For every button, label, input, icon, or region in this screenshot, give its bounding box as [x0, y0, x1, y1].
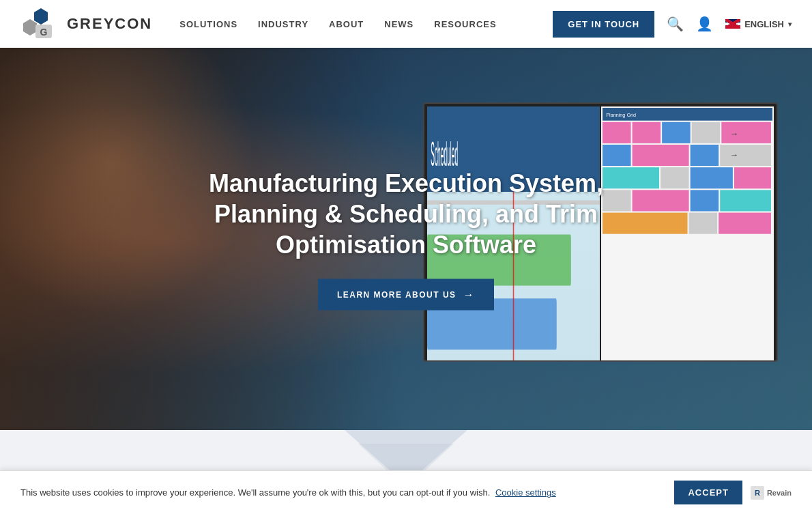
nav-resources[interactable]: RESOURCES [434, 19, 496, 29]
nav-solutions[interactable]: SOLUTIONS [179, 19, 237, 29]
revain-logo: R Revain [751, 486, 792, 500]
svg-rect-24 [633, 145, 689, 166]
accept-button[interactable]: ACCEPT [674, 481, 742, 504]
learn-more-label: LEARN MORE ABOUT US [337, 290, 456, 300]
user-icon[interactable]: 👤 [696, 16, 713, 32]
svg-rect-25 [691, 145, 719, 166]
svg-text:→: → [730, 150, 738, 160]
flag-icon [725, 19, 740, 29]
svg-rect-30 [734, 167, 771, 188]
svg-rect-34 [720, 190, 771, 211]
revain-label: Revain [767, 489, 792, 497]
header-left: G GREYCON SOLUTIONS INDUSTRY ABOUT NEWS … [20, 7, 497, 41]
svg-rect-22 [721, 122, 771, 143]
nav-industry[interactable]: INDUSTRY [258, 19, 308, 29]
svg-text:Planning Grid: Planning Grid [606, 112, 636, 118]
arrow-icon: → [463, 289, 476, 301]
hero-section: Scheduled [0, 48, 812, 430]
search-icon[interactable]: 🔍 [667, 16, 684, 32]
svg-rect-23 [603, 145, 631, 166]
main-nav: SOLUTIONS INDUSTRY ABOUT NEWS RESOURCES [179, 19, 496, 29]
header-right: GET IN TOUCH 🔍 👤 ENGLISH ▾ [553, 11, 792, 38]
svg-rect-18 [603, 122, 631, 143]
cookie-banner: This website uses cookies to improve you… [0, 470, 812, 514]
svg-marker-1 [23, 19, 37, 35]
header: G GREYCON SOLUTIONS INDUSTRY ABOUT NEWS … [0, 0, 812, 48]
language-label: ENGLISH [744, 19, 784, 29]
svg-rect-20 [662, 122, 691, 143]
nav-news[interactable]: NEWS [384, 19, 414, 29]
learn-more-button[interactable]: LEARN MORE ABOUT US → [318, 279, 494, 311]
logo-text: GREYCON [67, 15, 152, 33]
greycon-logo-icon: G [20, 7, 61, 41]
cookie-right: ACCEPT R Revain [674, 481, 792, 504]
svg-marker-0 [34, 8, 48, 25]
svg-rect-37 [719, 213, 771, 234]
cookie-settings-link[interactable]: Cookie settings [495, 487, 556, 498]
svg-rect-33 [691, 190, 719, 211]
svg-rect-32 [633, 190, 689, 211]
svg-rect-19 [633, 122, 661, 143]
svg-rect-28 [661, 167, 689, 188]
hero-content: Manufacturing Execution System, Planning… [174, 168, 638, 311]
chevron-down-icon: ▾ [788, 20, 792, 28]
svg-rect-29 [691, 167, 733, 188]
hero-background: Scheduled [0, 48, 812, 430]
svg-rect-36 [689, 213, 717, 234]
cookie-text: This website uses cookies to improve you… [20, 487, 661, 498]
svg-text:→: → [730, 129, 738, 139]
nav-about[interactable]: ABOUT [329, 19, 364, 29]
hero-title: Manufacturing Execution System, Planning… [174, 168, 638, 260]
language-selector[interactable]: ENGLISH ▾ [725, 19, 792, 29]
svg-rect-21 [692, 122, 721, 143]
get-in-touch-button[interactable]: GET IN TOUCH [553, 11, 654, 38]
svg-text:G: G [40, 27, 48, 38]
revain-r-icon: R [751, 486, 764, 500]
svg-rect-26 [720, 145, 771, 166]
